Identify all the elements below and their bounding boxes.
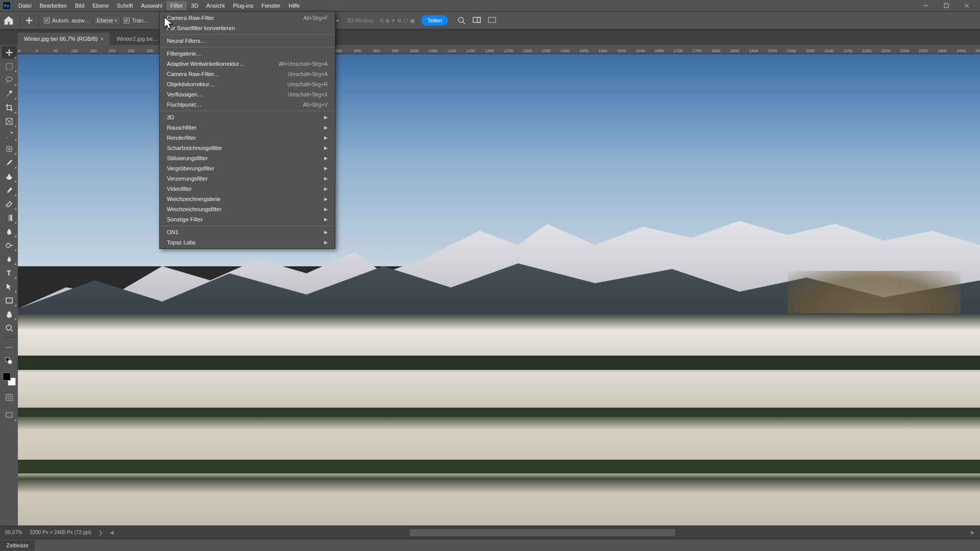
close-button[interactable] <box>957 0 977 11</box>
submenu-arrow-icon: ▶ <box>324 135 328 140</box>
horizontal-scrollbar[interactable] <box>121 529 964 536</box>
move-tool[interactable] <box>2 46 17 59</box>
submenu-arrow-icon: ▶ <box>324 240 328 245</box>
menu-item-vergr-berungsfilter[interactable]: Vergröberungsfilter▶ <box>160 163 335 173</box>
close-tab-icon[interactable]: × <box>101 36 104 42</box>
healing-brush-tool[interactable] <box>2 142 17 155</box>
menu-item-verzerrungsfilter[interactable]: Verzerrungsfilter▶ <box>160 173 335 184</box>
search-icon[interactable] <box>457 16 465 24</box>
menu-bearbeiten[interactable]: Bearbeiten <box>36 1 71 10</box>
scroll-left-icon[interactable]: ◀ <box>110 530 114 535</box>
svg-rect-8 <box>6 215 12 221</box>
menu-item-camera-raw-filter-[interactable]: Camera Raw-Filter…Umschalt+Strg+A <box>160 69 335 79</box>
menu-item-verfl-ssigen-[interactable]: Verflüssigen…Umschalt+Strg+X <box>160 89 335 99</box>
menu-item-camera-raw-filter[interactable]: Camera Raw-FilterAlt+Strg+F <box>160 13 335 23</box>
minimize-button[interactable] <box>916 0 936 11</box>
menu-item-adaptive-weitwinkelkorrektur-[interactable]: Adaptive Weitwinkelkorrektur…Alt+Umschal… <box>160 59 335 69</box>
3d-mode-label: 3D-Modus: <box>347 17 374 23</box>
svg-rect-4 <box>488 17 496 22</box>
menu-item-stilisierungsfilter[interactable]: Stilisierungsfilter▶ <box>160 153 335 163</box>
frame-tool[interactable] <box>2 115 17 128</box>
svg-rect-2 <box>473 17 480 22</box>
menu-3d[interactable]: 3D <box>187 1 202 10</box>
path-selection-tool[interactable] <box>2 280 17 293</box>
menu-schrift[interactable]: Schrift <box>113 1 137 10</box>
eraser-tool[interactable] <box>2 197 17 210</box>
menu-datei[interactable]: Datei <box>14 1 36 10</box>
clone-stamp-tool[interactable] <box>2 170 17 183</box>
crop-tool[interactable] <box>2 101 17 114</box>
marquee-tool[interactable] <box>2 60 17 72</box>
screen-mode-icon[interactable] <box>2 409 17 421</box>
menu-bild[interactable]: Bild <box>71 1 88 10</box>
menu-item-3d[interactable]: 3D▶ <box>160 112 335 122</box>
menu-fenster[interactable]: Fenster <box>257 1 284 10</box>
hand-tool[interactable] <box>2 308 17 320</box>
status-bar: 66,67% 3200 Px × 2400 Px (72 ppi) ❯ ◀ ▶ <box>0 525 980 539</box>
menu-item-topaz-labs[interactable]: Topaz Labs▶ <box>160 237 335 247</box>
workspace-icon[interactable] <box>473 16 481 24</box>
auto-select-checkbox[interactable]: Autom. ausw… <box>44 17 90 23</box>
menu-hilfe[interactable]: Hilfe <box>284 1 304 10</box>
menu-item-neural-filters-[interactable]: Neural Filters… <box>160 36 335 46</box>
svg-rect-5 <box>6 63 12 69</box>
menu-item-filtergalerie-[interactable]: Filtergalerie… <box>160 48 335 59</box>
menu-item-rauschfilter[interactable]: Rauschfilter▶ <box>160 122 335 133</box>
history-brush-tool[interactable] <box>2 184 17 196</box>
pen-tool[interactable] <box>2 253 17 265</box>
magic-wand-tool[interactable] <box>2 87 17 100</box>
svg-point-9 <box>6 243 10 247</box>
edit-toolbar-icon[interactable]: ⋯ <box>2 341 17 354</box>
menu-plug-ins[interactable]: Plug-ins <box>229 1 257 10</box>
menu-item-on1[interactable]: ON1▶ <box>160 227 335 237</box>
maximize-button[interactable] <box>936 0 957 11</box>
menu-item-renderfilter[interactable]: Renderfilter▶ <box>160 133 335 143</box>
menu-item-fluchtpunkt-[interactable]: Fluchtpunkt…Alt+Strg+V <box>160 99 335 110</box>
submenu-arrow-icon: ▶ <box>324 145 328 151</box>
help-icon[interactable] <box>488 16 496 24</box>
menu-item-scharfzeichnungsfilter[interactable]: Scharfzeichnungsfilter▶ <box>160 143 335 153</box>
submenu-arrow-icon: ▶ <box>324 125 328 130</box>
menu-auswahl[interactable]: Auswahl <box>137 1 166 10</box>
rectangle-tool[interactable] <box>2 294 17 307</box>
left-toolbar: T ⋯ <box>0 45 18 525</box>
submenu-arrow-icon: ▶ <box>324 115 328 120</box>
menu-item-weichzeichnungsfilter[interactable]: Weichzeichnungsfilter▶ <box>160 204 335 214</box>
layer-dropdown[interactable]: Ebene <box>93 16 121 25</box>
blur-tool[interactable] <box>2 225 17 238</box>
svg-rect-11 <box>6 298 12 303</box>
type-tool[interactable]: T <box>2 266 17 279</box>
foreground-background-reset-icon[interactable] <box>2 355 17 367</box>
menu-ansicht[interactable]: Ansicht <box>202 1 229 10</box>
transform-checkbox[interactable]: Tran… <box>124 17 149 23</box>
filter-menu-dropdown: Camera Raw-FilterAlt+Strg+FFür Smartfilt… <box>159 11 335 249</box>
menu-item-f-r-smartfilter-konvertieren[interactable]: Für Smartfilter konvertieren <box>160 23 335 33</box>
lasso-tool[interactable] <box>2 73 17 86</box>
menu-filter[interactable]: Filter <box>166 1 187 10</box>
menu-ebene[interactable]: Ebene <box>88 1 113 10</box>
brush-tool[interactable] <box>2 156 17 169</box>
color-swatches[interactable] <box>3 372 16 386</box>
zoom-level[interactable]: 66,67% <box>5 530 22 535</box>
options-bar: Autom. ausw… Ebene Tran… ••• 3D-Modus: ⟲… <box>0 11 980 30</box>
document-tab[interactable]: Winter.jpg bei 66,7% (RGB/8)× <box>18 33 110 45</box>
menubar: Ps DateiBearbeitenBildEbeneSchriftAuswah… <box>0 0 980 11</box>
quick-mask-icon[interactable] <box>2 391 17 404</box>
svg-point-16 <box>8 396 11 399</box>
menu-item-weichzeichnergalerie[interactable]: Weichzeichnergalerie▶ <box>160 194 335 204</box>
svg-rect-0 <box>944 4 948 8</box>
menu-item-sonstige-filter[interactable]: Sonstige Filter▶ <box>160 214 335 224</box>
dodge-tool[interactable] <box>2 239 17 252</box>
share-button[interactable]: Teilen <box>421 15 448 26</box>
scroll-right-icon[interactable]: ▶ <box>971 530 975 535</box>
menu-item-videofilter[interactable]: Videofilter▶ <box>160 184 335 194</box>
app-logo-icon: Ps <box>3 2 10 9</box>
submenu-arrow-icon: ▶ <box>324 156 328 161</box>
zoom-tool[interactable] <box>2 321 17 334</box>
menu-item-objektivkorrektur-[interactable]: Objektivkorrektur…Umschalt+Strg+R <box>160 79 335 89</box>
gradient-tool[interactable] <box>2 211 17 224</box>
timeline-tab[interactable]: Zeitleiste <box>0 540 35 550</box>
home-icon[interactable] <box>3 15 14 26</box>
svg-rect-3 <box>477 17 480 22</box>
eyedropper-tool[interactable] <box>2 129 17 141</box>
